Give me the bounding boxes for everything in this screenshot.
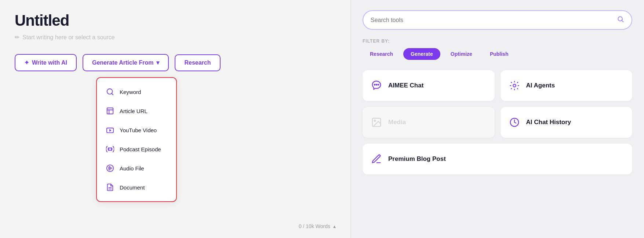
youtube-label: YouTube Video	[120, 127, 157, 133]
chevron-down-icon: ▾	[156, 59, 159, 66]
write-with-ai-button[interactable]: ✦ Write with AI	[15, 54, 77, 71]
aimee-chat-label: AIMEE Chat	[388, 82, 423, 89]
page-title: Untitled	[15, 12, 336, 29]
premium-blog-post-icon	[370, 152, 383, 166]
filter-label: FILTER BY:	[363, 39, 632, 44]
tools-grid: AIMEE Chat AI Agents Media	[363, 70, 632, 174]
tool-card-media[interactable]: Media	[363, 107, 495, 138]
sparkle-icon: ✦	[24, 59, 29, 66]
svg-line-16	[622, 20, 623, 22]
media-icon	[370, 116, 383, 129]
media-label: Media	[388, 119, 406, 126]
dropdown-item-youtube[interactable]: YouTube Video	[97, 120, 176, 140]
filter-tabs: Research Generate Optimize Publish	[363, 48, 632, 60]
subtitle-row: ✏ Start writing here or select a source	[15, 34, 336, 41]
audio-icon	[106, 164, 114, 173]
podcast-label: Podcast Episode	[120, 146, 161, 152]
word-count-text: 0 / 10k Words	[299, 223, 330, 229]
research-label: Research	[184, 60, 211, 66]
generate-article-button[interactable]: Generate Article From ▾	[83, 54, 169, 71]
dropdown-item-podcast[interactable]: Podcast Episode	[97, 140, 176, 159]
aimee-chat-icon	[370, 79, 383, 92]
search-input[interactable]	[371, 17, 617, 24]
dropdown-item-document[interactable]: Document	[97, 178, 176, 197]
left-panel: Untitled ✏ Start writing here or select …	[0, 0, 350, 238]
svg-point-18	[376, 84, 377, 85]
subtitle-text: Start writing here or select a source	[22, 34, 115, 41]
tool-card-ai-agents[interactable]: AI Agents	[501, 70, 633, 101]
filter-tab-publish[interactable]: Publish	[483, 48, 516, 60]
dropdown-item-keyword[interactable]: Keyword	[97, 82, 176, 101]
svg-point-20	[513, 84, 516, 87]
right-panel: FILTER BY: Research Generate Optimize Pu…	[350, 0, 644, 238]
ai-chat-history-icon	[508, 116, 521, 129]
write-with-ai-label: Write with AI	[32, 60, 67, 66]
svg-point-22	[374, 120, 376, 122]
filter-tab-optimize[interactable]: Optimize	[443, 48, 480, 60]
article-url-icon	[106, 107, 114, 115]
ai-agents-icon	[508, 79, 521, 92]
keyword-icon	[106, 87, 114, 96]
svg-point-7	[109, 148, 111, 150]
dropdown-item-audio[interactable]: Audio File	[97, 159, 176, 178]
tool-card-premium-blog-post[interactable]: Premium Blog Post	[363, 144, 632, 174]
ai-agents-label: AI Agents	[526, 82, 555, 89]
word-count-row: 0 / 10k Words ▴	[299, 223, 336, 229]
svg-point-19	[378, 84, 379, 85]
document-label: Document	[120, 184, 145, 191]
document-icon	[106, 183, 114, 192]
pencil-icon: ✏	[15, 34, 19, 41]
svg-point-17	[374, 84, 375, 85]
svg-marker-6	[109, 129, 112, 131]
svg-line-1	[112, 93, 113, 95]
tool-card-aimee-chat[interactable]: AIMEE Chat	[363, 70, 495, 101]
youtube-icon	[106, 126, 114, 134]
svg-rect-2	[107, 108, 113, 114]
podcast-icon	[106, 145, 114, 154]
article-url-label: Article URL	[120, 108, 148, 114]
toolbar-row: ✦ Write with AI Generate Article From ▾ …	[15, 54, 336, 71]
dropdown-item-article-url[interactable]: Article URL	[97, 101, 176, 120]
keyword-label: Keyword	[120, 89, 141, 95]
filter-tab-generate[interactable]: Generate	[403, 48, 440, 60]
search-bar	[363, 10, 632, 30]
chevron-up-icon: ▴	[333, 223, 336, 229]
generate-dropdown-menu: Keyword Article URL YouTube Video	[96, 77, 177, 202]
filter-tab-research[interactable]: Research	[363, 48, 400, 60]
premium-blog-post-label: Premium Blog Post	[388, 155, 446, 163]
generate-label: Generate Article From	[92, 60, 153, 66]
research-button[interactable]: Research	[175, 54, 220, 71]
search-icon	[617, 15, 624, 25]
tool-card-ai-chat-history[interactable]: AI Chat History	[501, 107, 633, 138]
audio-label: Audio File	[120, 165, 144, 172]
ai-chat-history-label: AI Chat History	[526, 119, 571, 126]
